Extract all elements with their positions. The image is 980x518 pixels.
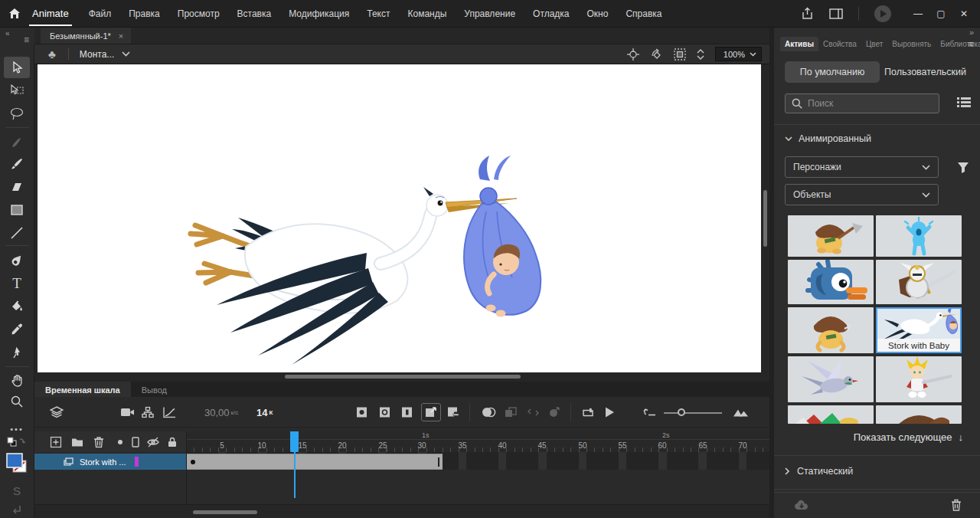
tab-timeline[interactable]: Временная шкала xyxy=(34,382,131,397)
menu-insert[interactable]: Вставка xyxy=(237,8,272,19)
list-view-icon[interactable] xyxy=(957,97,971,108)
layer-parenting-icon[interactable] xyxy=(142,406,154,418)
asset-thumb-crying-character[interactable] xyxy=(876,215,962,257)
window-maximize-button[interactable]: ▢ xyxy=(929,8,952,19)
app-name[interactable]: Animate xyxy=(29,1,72,26)
zoom-chevron-down-icon[interactable] xyxy=(750,52,756,57)
asset-thumb-stork-with-baby[interactable]: Stork with Baby xyxy=(876,307,962,353)
tab-output[interactable]: Вывод xyxy=(131,382,178,397)
tab-color[interactable]: Цвет xyxy=(861,37,887,51)
document-tab-close-icon[interactable]: × xyxy=(119,31,123,41)
asset-thumb-pigeon[interactable] xyxy=(788,356,874,402)
play-button[interactable] xyxy=(605,406,615,418)
zoom-level-control[interactable]: 100% xyxy=(715,47,762,61)
edit-multiple-frames-icon[interactable] xyxy=(505,407,517,418)
tab-properties[interactable]: Свойства xyxy=(818,37,861,51)
text-tool[interactable]: T xyxy=(4,273,30,294)
timeline-ruler[interactable]: 1s 2s 5 10 15 20 25 30 35 40 45 50 55 60… xyxy=(186,431,769,452)
lock-layers-icon[interactable] xyxy=(168,437,177,448)
outline-layers-icon[interactable] xyxy=(132,437,139,448)
layers-view-icon[interactable] xyxy=(50,406,64,418)
hand-tool[interactable] xyxy=(4,369,30,391)
scene-chevron-down-icon[interactable] xyxy=(122,51,130,57)
new-layer-icon[interactable] xyxy=(51,436,62,448)
menu-commands[interactable]: Команды xyxy=(408,8,447,19)
collapse-rail-icon[interactable]: « xyxy=(5,29,10,38)
timeline-zoom-max-icon[interactable] xyxy=(733,407,750,417)
fluid-brush-tool[interactable] xyxy=(4,132,30,153)
current-frame-value[interactable]: 14К xyxy=(256,406,273,418)
menu-control[interactable]: Управление xyxy=(464,8,515,19)
loop-playback-icon[interactable] xyxy=(581,406,595,418)
show-next-link[interactable]: Показать следующее ↓ xyxy=(854,431,963,443)
section-static[interactable]: Статический xyxy=(785,466,853,477)
asset-thumb-knight[interactable] xyxy=(876,260,962,304)
document-tab[interactable]: Безымянный-1* × xyxy=(41,28,131,44)
home-icon[interactable] xyxy=(0,8,29,19)
tool-options-icon[interactable] xyxy=(4,500,30,518)
lasso-tool[interactable] xyxy=(4,103,30,124)
stage[interactable] xyxy=(38,64,761,372)
default-colors-icon[interactable] xyxy=(4,435,30,451)
clip-content-icon[interactable] xyxy=(674,48,686,61)
symbol-icon[interactable]: ♣ xyxy=(48,48,56,61)
insert-frame-icon[interactable] xyxy=(401,406,413,418)
playhead[interactable] xyxy=(290,431,299,452)
symbol-swap-icon[interactable] xyxy=(528,408,539,417)
fill-stroke-swatches[interactable] xyxy=(4,452,30,477)
eyedropper-tool[interactable] xyxy=(4,319,30,340)
create-tween-button[interactable] xyxy=(421,403,441,421)
insert-blank-keyframe-icon[interactable] xyxy=(379,406,390,418)
pen-tool[interactable] xyxy=(4,250,30,271)
category-dropdown[interactable]: Персонажи xyxy=(785,156,939,178)
frame-easing-graph-icon[interactable] xyxy=(163,406,176,418)
scene-breadcrumb[interactable]: Монта... xyxy=(80,49,114,60)
zoom-tool[interactable] xyxy=(4,391,30,412)
rotate-view-icon[interactable] xyxy=(650,48,663,61)
layer-row-stork[interactable]: Stork with ... xyxy=(34,454,186,470)
asset-warp-pin-tool[interactable] xyxy=(4,342,30,363)
asset-thumb-partial-2[interactable] xyxy=(876,405,962,424)
classic-brush-tool[interactable] xyxy=(4,153,30,175)
expand-panel-icon[interactable]: » xyxy=(969,28,974,37)
workspace-layout-icon[interactable] xyxy=(829,8,843,19)
preset-custom-button[interactable]: Пользовательский xyxy=(880,61,971,83)
layer-name[interactable]: Stork with ... xyxy=(80,457,126,467)
delete-layer-icon[interactable] xyxy=(94,436,104,448)
rectangle-tool[interactable] xyxy=(4,199,30,221)
snap-options-icon[interactable]: S xyxy=(4,480,30,501)
frame-actions-icon[interactable] xyxy=(549,407,560,418)
paint-bucket-tool[interactable] xyxy=(4,296,30,317)
tab-align[interactable]: Выровнять xyxy=(887,37,936,51)
remove-frames-icon[interactable] xyxy=(446,406,459,418)
window-minimize-button[interactable]: — xyxy=(906,8,929,19)
share-icon[interactable] xyxy=(801,7,814,20)
asset-thumb-caveman-axe[interactable] xyxy=(788,215,874,257)
asset-thumb-blonde-warrior[interactable] xyxy=(876,356,962,402)
highlight-layers-icon[interactable] xyxy=(118,439,123,444)
frame-span[interactable] xyxy=(186,454,443,470)
center-stage-icon[interactable] xyxy=(627,48,639,61)
filter-icon[interactable] xyxy=(957,162,969,173)
selection-tool[interactable] xyxy=(4,57,30,78)
window-close-button[interactable]: ✕ xyxy=(952,8,975,19)
rail-menu-icon[interactable]: ≡ xyxy=(24,34,29,45)
menu-text[interactable]: Текст xyxy=(367,8,390,19)
canvas-horizontal-scrollbar[interactable] xyxy=(285,375,521,379)
type-dropdown[interactable]: Объекты xyxy=(785,184,939,205)
timeline-horizontal-scrollbar[interactable] xyxy=(193,510,257,514)
timeline-zoom-slider-knob[interactable] xyxy=(678,408,685,416)
subselection-tool[interactable] xyxy=(4,80,30,101)
section-animated[interactable]: Анимированный xyxy=(785,133,871,144)
search-input[interactable] xyxy=(808,98,923,109)
insert-keyframe-icon[interactable] xyxy=(356,406,368,418)
panel-menu-icon[interactable]: ≡ xyxy=(968,38,974,50)
asset-thumb-partial-1[interactable] xyxy=(788,405,874,424)
tab-assets[interactable]: Активы xyxy=(780,37,818,51)
camera-icon[interactable] xyxy=(120,407,135,418)
canvas-vertical-scrollbar[interactable] xyxy=(763,190,767,247)
new-folder-icon[interactable] xyxy=(71,437,83,447)
menu-help[interactable]: Справка xyxy=(626,8,662,19)
cloud-download-icon[interactable] xyxy=(794,499,809,511)
asset-search[interactable] xyxy=(785,93,939,113)
